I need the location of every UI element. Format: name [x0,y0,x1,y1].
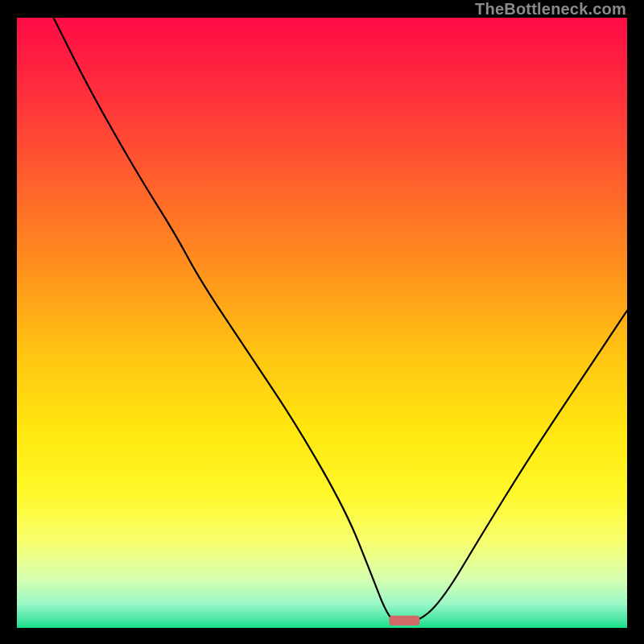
plot-area-container [17,18,627,628]
chart-frame: TheBottleneck.com [0,0,644,644]
bottleneck-chart [17,18,627,628]
optimal-marker [389,616,419,625]
chart-background [17,18,627,628]
watermark-text: TheBottleneck.com [475,0,626,19]
